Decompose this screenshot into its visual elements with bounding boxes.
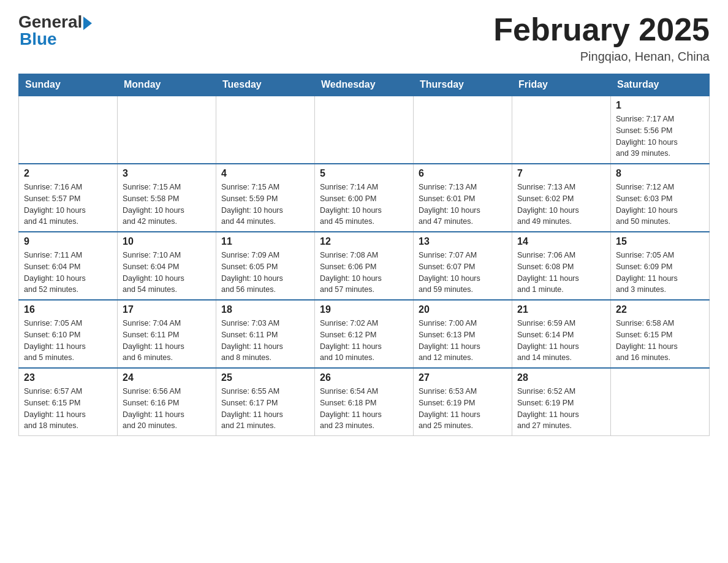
day-number: 23 (24, 372, 112, 383)
logo-blue-row: Blue (18, 29, 57, 49)
header-monday: Monday (118, 74, 216, 96)
day-number: 17 (123, 304, 211, 315)
day-number: 13 (419, 236, 507, 247)
weekday-header-row: Sunday Monday Tuesday Wednesday Thursday… (19, 74, 710, 96)
week-row-1: 1Sunrise: 7:17 AM Sunset: 5:56 PM Daylig… (19, 96, 710, 164)
day-cell-w3-d6: 14Sunrise: 7:06 AM Sunset: 6:08 PM Dayli… (512, 232, 611, 300)
day-info: Sunrise: 7:00 AM Sunset: 6:13 PM Dayligh… (419, 318, 507, 364)
day-info: Sunrise: 7:05 AM Sunset: 6:10 PM Dayligh… (24, 318, 112, 364)
week-row-3: 9Sunrise: 7:11 AM Sunset: 6:04 PM Daylig… (19, 232, 710, 300)
day-cell-w2-d6: 7Sunrise: 7:13 AM Sunset: 6:02 PM Daylig… (512, 164, 611, 232)
day-info: Sunrise: 6:52 AM Sunset: 6:19 PM Dayligh… (517, 386, 605, 432)
day-number: 10 (123, 236, 211, 247)
header: General Blue February 2025 Pingqiao, Hen… (18, 12, 710, 64)
day-info: Sunrise: 7:14 AM Sunset: 6:00 PM Dayligh… (320, 182, 408, 228)
day-info: Sunrise: 7:08 AM Sunset: 6:06 PM Dayligh… (320, 250, 408, 296)
day-cell-w1-d2 (118, 96, 216, 164)
day-number: 2 (24, 168, 112, 179)
day-number: 6 (419, 168, 507, 179)
day-cell-w1-d6 (512, 96, 611, 164)
day-info: Sunrise: 7:13 AM Sunset: 6:02 PM Dayligh… (517, 182, 605, 228)
day-info: Sunrise: 7:13 AM Sunset: 6:01 PM Dayligh… (419, 182, 507, 228)
day-info: Sunrise: 6:58 AM Sunset: 6:15 PM Dayligh… (616, 318, 704, 364)
day-info: Sunrise: 6:53 AM Sunset: 6:19 PM Dayligh… (419, 386, 507, 432)
day-info: Sunrise: 6:57 AM Sunset: 6:15 PM Dayligh… (24, 386, 112, 432)
day-cell-w5-d3: 25Sunrise: 6:55 AM Sunset: 6:17 PM Dayli… (216, 368, 315, 436)
header-saturday: Saturday (611, 74, 710, 96)
day-cell-w4-d4: 19Sunrise: 7:02 AM Sunset: 6:12 PM Dayli… (315, 300, 414, 368)
day-cell-w3-d2: 10Sunrise: 7:10 AM Sunset: 6:04 PM Dayli… (118, 232, 216, 300)
day-number: 14 (517, 236, 605, 247)
day-number: 16 (24, 304, 112, 315)
location-subtitle: Pingqiao, Henan, China (493, 50, 710, 64)
day-cell-w1-d4 (315, 96, 414, 164)
day-cell-w4-d7: 22Sunrise: 6:58 AM Sunset: 6:15 PM Dayli… (611, 300, 710, 368)
day-cell-w1-d3 (216, 96, 315, 164)
day-number: 18 (221, 304, 309, 315)
day-cell-w3-d7: 15Sunrise: 7:05 AM Sunset: 6:09 PM Dayli… (611, 232, 710, 300)
day-cell-w2-d3: 4Sunrise: 7:15 AM Sunset: 5:59 PM Daylig… (216, 164, 315, 232)
day-info: Sunrise: 6:56 AM Sunset: 6:16 PM Dayligh… (123, 386, 211, 432)
day-number: 4 (221, 168, 309, 179)
calendar-table: Sunday Monday Tuesday Wednesday Thursday… (18, 74, 710, 436)
day-cell-w2-d1: 2Sunrise: 7:16 AM Sunset: 5:57 PM Daylig… (19, 164, 118, 232)
week-row-5: 23Sunrise: 6:57 AM Sunset: 6:15 PM Dayli… (19, 368, 710, 436)
day-cell-w4-d1: 16Sunrise: 7:05 AM Sunset: 6:10 PM Dayli… (19, 300, 118, 368)
day-info: Sunrise: 7:04 AM Sunset: 6:11 PM Dayligh… (123, 318, 211, 364)
day-info: Sunrise: 7:12 AM Sunset: 6:03 PM Dayligh… (616, 182, 704, 228)
day-cell-w3-d4: 12Sunrise: 7:08 AM Sunset: 6:06 PM Dayli… (315, 232, 414, 300)
day-number: 8 (616, 168, 704, 179)
day-cell-w1-d5 (414, 96, 512, 164)
day-info: Sunrise: 7:03 AM Sunset: 6:11 PM Dayligh… (221, 318, 309, 364)
day-info: Sunrise: 7:16 AM Sunset: 5:57 PM Dayligh… (24, 182, 112, 228)
day-cell-w5-d5: 27Sunrise: 6:53 AM Sunset: 6:19 PM Dayli… (414, 368, 512, 436)
day-cell-w5-d7 (611, 368, 710, 436)
day-info: Sunrise: 7:17 AM Sunset: 5:56 PM Dayligh… (616, 113, 704, 159)
day-info: Sunrise: 7:09 AM Sunset: 6:05 PM Dayligh… (221, 250, 309, 296)
header-thursday: Thursday (414, 74, 512, 96)
header-friday: Friday (512, 74, 611, 96)
day-cell-w1-d7: 1Sunrise: 7:17 AM Sunset: 5:56 PM Daylig… (611, 96, 710, 164)
day-cell-w3-d1: 9Sunrise: 7:11 AM Sunset: 6:04 PM Daylig… (19, 232, 118, 300)
day-info: Sunrise: 7:10 AM Sunset: 6:04 PM Dayligh… (123, 250, 211, 296)
day-number: 25 (221, 372, 309, 383)
day-number: 3 (123, 168, 211, 179)
day-info: Sunrise: 7:07 AM Sunset: 6:07 PM Dayligh… (419, 250, 507, 296)
day-number: 21 (517, 304, 605, 315)
day-cell-w5-d4: 26Sunrise: 6:54 AM Sunset: 6:18 PM Dayli… (315, 368, 414, 436)
month-title: February 2025 (493, 12, 710, 47)
day-cell-w3-d5: 13Sunrise: 7:07 AM Sunset: 6:07 PM Dayli… (414, 232, 512, 300)
logo-blue-text: Blue (20, 29, 57, 48)
day-number: 7 (517, 168, 605, 179)
header-tuesday: Tuesday (216, 74, 315, 96)
logo-area: General Blue (18, 12, 92, 49)
header-wednesday: Wednesday (315, 74, 414, 96)
day-cell-w4-d2: 17Sunrise: 7:04 AM Sunset: 6:11 PM Dayli… (118, 300, 216, 368)
day-number: 15 (616, 236, 704, 247)
week-row-2: 2Sunrise: 7:16 AM Sunset: 5:57 PM Daylig… (19, 164, 710, 232)
day-cell-w3-d3: 11Sunrise: 7:09 AM Sunset: 6:05 PM Dayli… (216, 232, 315, 300)
day-cell-w5-d1: 23Sunrise: 6:57 AM Sunset: 6:15 PM Dayli… (19, 368, 118, 436)
day-info: Sunrise: 6:55 AM Sunset: 6:17 PM Dayligh… (221, 386, 309, 432)
day-cell-w2-d4: 5Sunrise: 7:14 AM Sunset: 6:00 PM Daylig… (315, 164, 414, 232)
day-number: 24 (123, 372, 211, 383)
day-cell-w1-d1 (19, 96, 118, 164)
day-number: 20 (419, 304, 507, 315)
day-cell-w4-d3: 18Sunrise: 7:03 AM Sunset: 6:11 PM Dayli… (216, 300, 315, 368)
day-number: 28 (517, 372, 605, 383)
logo-triangle-icon (83, 17, 92, 30)
day-cell-w5-d6: 28Sunrise: 6:52 AM Sunset: 6:19 PM Dayli… (512, 368, 611, 436)
day-number: 19 (320, 304, 408, 315)
day-cell-w5-d2: 24Sunrise: 6:56 AM Sunset: 6:16 PM Dayli… (118, 368, 216, 436)
title-area: February 2025 Pingqiao, Henan, China (493, 12, 710, 64)
day-info: Sunrise: 7:05 AM Sunset: 6:09 PM Dayligh… (616, 250, 704, 296)
header-sunday: Sunday (19, 74, 118, 96)
day-info: Sunrise: 7:15 AM Sunset: 5:58 PM Dayligh… (123, 182, 211, 228)
day-number: 22 (616, 304, 704, 315)
day-number: 11 (221, 236, 309, 247)
day-number: 27 (419, 372, 507, 383)
day-number: 9 (24, 236, 112, 247)
day-info: Sunrise: 7:06 AM Sunset: 6:08 PM Dayligh… (517, 250, 605, 296)
day-info: Sunrise: 7:11 AM Sunset: 6:04 PM Dayligh… (24, 250, 112, 296)
day-cell-w4-d5: 20Sunrise: 7:00 AM Sunset: 6:13 PM Dayli… (414, 300, 512, 368)
